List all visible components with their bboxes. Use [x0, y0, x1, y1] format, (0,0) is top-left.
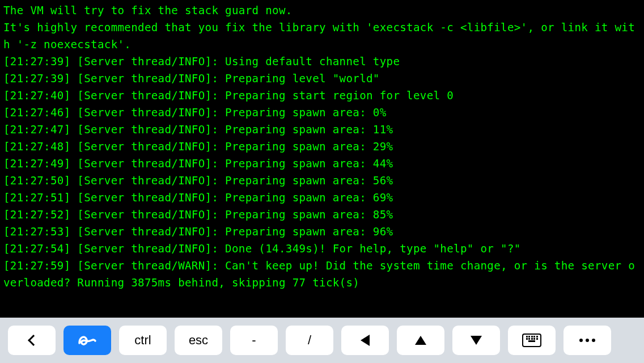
terminal-line: [21:27:53] [Server thread/INFO]: Prepari… — [3, 223, 641, 240]
terminal-line: [21:27:40] [Server thread/INFO]: Prepari… — [3, 87, 641, 104]
terminal-output[interactable]: The VM will try to fix the stack guard n… — [0, 0, 644, 318]
terminal-line: [21:27:50] [Server thread/INFO]: Prepari… — [3, 172, 641, 189]
arrow-up-button[interactable] — [397, 326, 444, 355]
ellipsis-icon — [579, 339, 595, 342]
dash-key-button[interactable]: - — [230, 326, 278, 355]
arrow-up-icon — [415, 336, 426, 345]
terminal-line: It's highly recommended that you fix the… — [3, 19, 641, 53]
arrow-left-button[interactable] — [341, 326, 389, 355]
arrow-down-button[interactable] — [452, 326, 500, 355]
terminal-line: [21:27:47] [Server thread/INFO]: Prepari… — [3, 121, 641, 138]
terminal-line: [21:27:39] [Server thread/INFO]: Using d… — [3, 53, 641, 70]
chevron-left-icon — [28, 335, 39, 346]
terminal-line: [21:27:49] [Server thread/INFO]: Prepari… — [3, 155, 641, 172]
gesture-button[interactable] — [63, 326, 111, 355]
terminal-line: [21:27:48] [Server thread/INFO]: Prepari… — [3, 138, 641, 155]
terminal-line: [21:27:39] [Server thread/INFO]: Prepari… — [3, 70, 641, 87]
terminal-line: [21:27:52] [Server thread/INFO]: Prepari… — [3, 206, 641, 223]
scribble-icon — [76, 332, 99, 349]
esc-key-button[interactable]: esc — [175, 326, 222, 355]
arrow-left-icon — [361, 335, 370, 346]
keyboard-icon — [522, 334, 541, 347]
arrow-down-icon — [471, 336, 482, 345]
slash-key-button[interactable]: / — [286, 326, 333, 355]
more-button[interactable] — [564, 326, 611, 355]
keyboard-toggle-button[interactable] — [508, 326, 556, 355]
terminal-line: [21:27:59] [Server thread/WARN]: Can't k… — [3, 258, 641, 292]
terminal-line: [21:27:51] [Server thread/INFO]: Prepari… — [3, 189, 641, 206]
terminal-line: [21:27:54] [Server thread/INFO]: Done (1… — [3, 240, 641, 258]
terminal-line: [21:27:46] [Server thread/INFO]: Prepari… — [3, 104, 641, 121]
ctrl-key-button[interactable]: ctrl — [119, 326, 167, 355]
terminal-line: The VM will try to fix the stack guard n… — [3, 2, 641, 19]
keyboard-toolbar: ctrl esc - / — [0, 318, 644, 363]
back-button[interactable] — [8, 326, 56, 355]
